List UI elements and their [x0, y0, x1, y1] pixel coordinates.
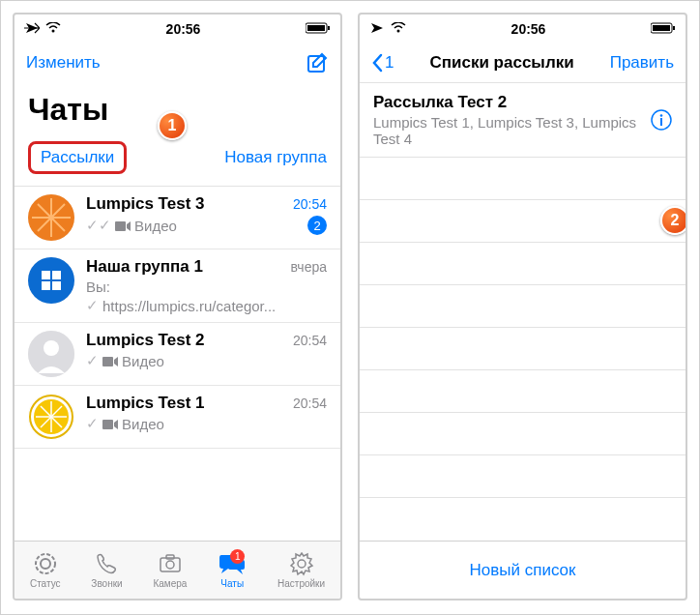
tab-camera[interactable]: Камера: [153, 551, 187, 589]
chat-row[interactable]: Lumpics Test 1 20:54 ✓ Видео: [15, 386, 340, 449]
chat-time: вчера: [291, 259, 327, 275]
broadcast-row[interactable]: Рассылка Тест 2 Lumpics Test 1, Lumpics …: [360, 83, 685, 158]
read-tick-icon: ✓: [86, 352, 99, 369]
chat-snippet: https://lumpics.ru/categor...: [102, 298, 276, 314]
svg-rect-43: [653, 25, 670, 31]
svg-rect-2: [307, 25, 325, 31]
read-ticks-icon: ✓✓: [86, 217, 111, 234]
broadcast-title: Рассылка Тест 2: [373, 93, 672, 112]
svg-rect-44: [673, 26, 675, 30]
chat-snippet: Видео: [134, 218, 177, 234]
chat-row[interactable]: Наша группа 1 вчера Вы: ✓ https://lumpic…: [15, 249, 340, 323]
chat-name: Lumpics Test 2: [86, 331, 205, 350]
tab-label: Камера: [153, 578, 187, 589]
info-icon: [651, 109, 672, 131]
airplane-icon: [24, 21, 40, 38]
phone-left: 20:56 Изменить Чаты 1 Рассылки Новая гру…: [13, 13, 342, 600]
nav-title: Списки рассылки: [394, 53, 609, 73]
status-time: 20:56: [511, 21, 546, 37]
battery-icon: [651, 21, 676, 37]
edit-button[interactable]: Править: [610, 53, 674, 73]
svg-rect-19: [52, 281, 61, 290]
tab-label: Чаты: [220, 578, 244, 589]
broadcast-recipients: Lumpics Test 1, Lumpics Test 3, Lumpics …: [373, 114, 672, 147]
chat-name: Lumpics Test 1: [86, 394, 205, 413]
svg-rect-4: [308, 56, 324, 72]
chat-snippet: Видео: [122, 353, 164, 369]
svg-rect-47: [660, 118, 662, 126]
chat-time: 20:54: [293, 196, 327, 212]
info-button[interactable]: [651, 109, 672, 131]
chat-name: Lumpics Test 3: [86, 194, 205, 214]
phone-right: 20:56 1 Списки рассылки Править Рассылка…: [358, 13, 687, 600]
tab-label: Звонки: [91, 578, 122, 589]
chat-row[interactable]: Lumpics Test 3 20:54 ✓✓ Видео 2: [15, 187, 340, 249]
unread-badge: 2: [307, 216, 327, 235]
video-icon: [102, 353, 118, 369]
svg-rect-16: [42, 271, 50, 279]
back-label: 1: [385, 53, 394, 73]
nav-bar: Изменить: [15, 44, 340, 82]
tab-calls[interactable]: Звонки: [91, 551, 122, 589]
video-icon: [115, 218, 131, 234]
new-list-label: Новый список: [470, 561, 576, 580]
chat-time: 20:54: [293, 395, 327, 411]
svg-point-0: [52, 30, 55, 33]
status-bar: 20:56: [15, 15, 340, 44]
chat-time: 20:54: [293, 333, 327, 348]
edit-button[interactable]: Изменить: [26, 53, 101, 73]
broadcasts-link[interactable]: Рассылки: [28, 141, 127, 174]
empty-rows: 2: [360, 158, 685, 541]
svg-point-36: [41, 559, 50, 569]
svg-rect-39: [166, 555, 174, 559]
annotation-1: 1: [158, 111, 187, 140]
airplane-icon: [369, 21, 385, 38]
svg-point-21: [44, 340, 59, 356]
tab-chats[interactable]: 1 Чаты: [218, 551, 247, 589]
broadcasts-label: Рассылки: [41, 148, 114, 166]
svg-rect-17: [52, 271, 61, 279]
chat-row[interactable]: Lumpics Test 2 20:54 ✓ Видео: [15, 323, 340, 386]
chat-snippet: Видео: [122, 416, 164, 432]
read-tick-icon: ✓: [86, 297, 99, 314]
video-icon: [102, 416, 118, 432]
avatar: [28, 257, 74, 304]
svg-point-35: [36, 554, 55, 573]
svg-point-46: [660, 114, 663, 117]
svg-point-41: [397, 30, 400, 33]
tab-settings[interactable]: Настройки: [277, 551, 325, 589]
svg-rect-22: [102, 357, 113, 366]
compose-button[interactable]: [306, 51, 329, 74]
tab-label: Настройки: [277, 578, 325, 589]
svg-point-15: [28, 257, 74, 304]
svg-point-40: [298, 560, 306, 568]
back-button[interactable]: 1: [371, 53, 394, 73]
avatar: [28, 331, 74, 377]
status-bar: 20:56: [360, 15, 685, 44]
chat-list: Lumpics Test 3 20:54 ✓✓ Видео 2: [15, 187, 340, 541]
chevron-left-icon: [371, 53, 383, 73]
avatar: [28, 394, 74, 440]
read-tick-icon: ✓: [86, 415, 99, 432]
battery-icon: [306, 21, 331, 37]
svg-rect-3: [328, 26, 330, 30]
tab-bar: Статус Звонки Камера 1 Чаты Настройки: [15, 541, 340, 599]
wifi-icon: [391, 21, 406, 37]
wifi-icon: [45, 21, 61, 37]
new-list-button[interactable]: Новый список: [360, 541, 685, 599]
tab-label: Статус: [30, 578, 61, 589]
chat-prefix: Вы:: [86, 278, 110, 295]
annotation-2: 2: [660, 206, 687, 235]
nav-bar: 1 Списки рассылки Править: [360, 44, 685, 82]
svg-rect-14: [115, 221, 126, 231]
avatar: [28, 194, 74, 241]
tab-status[interactable]: Статус: [30, 551, 61, 589]
svg-rect-37: [160, 558, 180, 571]
svg-point-38: [166, 561, 174, 569]
svg-rect-34: [102, 420, 113, 429]
chat-name: Наша группа 1: [86, 257, 203, 277]
svg-rect-18: [42, 281, 50, 290]
status-time: 20:56: [166, 21, 201, 37]
new-group-link[interactable]: Новая группа: [224, 148, 327, 167]
